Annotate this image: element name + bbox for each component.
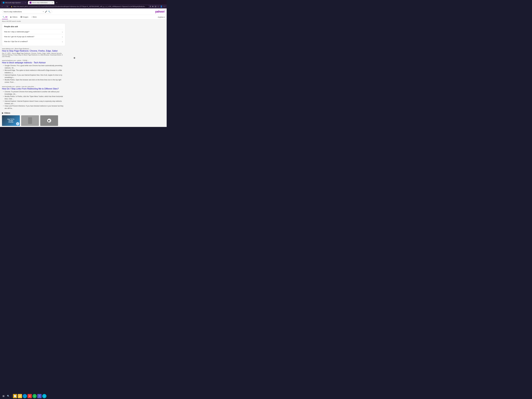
- video-thumbnails: How To FixGoogleChrome G ⌨ ▶: [2, 115, 65, 126]
- toolbar-icons: A ★ ⊟ ☆ 👤 ⋯: [150, 5, 165, 7]
- paa-question-3: How do I Opt Out of a redirect?: [4, 40, 28, 43]
- videos-heading-label: Videos: [4, 112, 10, 114]
- address-text: https://uk.search.yahoo.com/yhs/search?p…: [13, 6, 147, 7]
- result-3-url: www.techwalla.com › articles › how-do-i-…: [2, 86, 34, 87]
- star-icon[interactable]: ★: [152, 5, 154, 7]
- result-2-bullet-2: Microsoft Edge. The option to block redi…: [3, 69, 65, 74]
- all-icon: 🔍: [2, 16, 5, 18]
- refresh-button[interactable]: ↻: [6, 5, 8, 7]
- new-tab-button[interactable]: +: [55, 1, 59, 5]
- mic-button[interactable]: 🎤: [45, 11, 47, 13]
- result-item-1: www.wikihow.com › Block-Page-Redirects ⌄…: [2, 48, 65, 57]
- images-label: Images: [23, 16, 28, 18]
- search-input[interactable]: [4, 11, 42, 13]
- result-3-bullets: Chrome: To prevent Chrome from being red…: [2, 90, 65, 109]
- address-bar-row: ← → ↻ 🔒 https://uk.search.yahoo.com/yhs/…: [0, 5, 167, 8]
- tab-more[interactable]: 1 More: [31, 15, 37, 19]
- more-label: More: [33, 16, 37, 18]
- videos-heading: ▶ Videos: [2, 112, 65, 114]
- anytime-arrow: ▾: [164, 16, 165, 18]
- video-thumb-3[interactable]: ⌨ ▶: [40, 115, 58, 126]
- result-2-title[interactable]: How to block webpage redirects - Tech Ad…: [2, 62, 65, 64]
- tab-2-close[interactable]: ×: [52, 2, 53, 4]
- tab-2-favicon: [30, 2, 32, 4]
- result-1-url: www.wikihow.com › Block-Page-Redirects: [2, 48, 29, 50]
- result-3-title[interactable]: How Do I Stop Links From Redirecting Me …: [2, 88, 65, 90]
- browser-chrome: Microsoft edge hijacked - Page ... × how…: [0, 0, 167, 8]
- people-also-ask: People also ask How do I stop a redirect…: [2, 23, 65, 46]
- result-1-url-arrow[interactable]: ⌄: [29, 48, 31, 50]
- anytime-button[interactable]: Anytime ▾: [158, 16, 165, 18]
- images-icon: 🖼: [20, 16, 22, 18]
- search-box-container: × 🎤 🔍: [2, 10, 52, 13]
- tab-videos[interactable]: ▶ Videos: [10, 15, 18, 19]
- tab-all[interactable]: 🔍 All: [2, 15, 8, 19]
- paa-chevron-3: ⌄: [62, 40, 63, 43]
- result-2-bullets: Google Chrome. For a good while now Chro…: [2, 64, 65, 83]
- paa-item-2[interactable]: How do I get rid of pop-ups & redirects?…: [4, 34, 63, 39]
- videos-heading-icon: ▶: [2, 112, 3, 114]
- videos-section: ▶ Videos How To FixGoogleChrome G ⌨ ▶: [2, 112, 65, 126]
- forward-button[interactable]: →: [4, 5, 6, 8]
- back-button[interactable]: ←: [1, 5, 3, 8]
- result-1-title[interactable]: How to Stop Page Redirects: Chrome, Fire…: [2, 50, 65, 52]
- nav-tabs: 🔍 All ▶ Videos 🖼 Images 1 More Anytime ▾: [0, 15, 167, 19]
- results-area: About 446,000 search results People also…: [0, 19, 67, 127]
- more-number: 1: [32, 16, 32, 18]
- result-3-bullet-4: Clean and Prevent Infections: If you hav…: [3, 105, 65, 109]
- video-thumb-1[interactable]: How To FixGoogleChrome G: [2, 115, 20, 126]
- result-2-url: www.techadvisor.com › article › 733298: [2, 60, 27, 61]
- nav-buttons: ← → ↻: [1, 5, 8, 8]
- result-item-3: www.techwalla.com › articles › how-do-i-…: [2, 86, 65, 109]
- chrome-logo: G: [16, 122, 19, 125]
- profile-icon[interactable]: 👤: [160, 5, 162, 7]
- videos-icon: ▶: [10, 16, 12, 18]
- tab-bar: Microsoft edge hijacked - Page ... × how…: [0, 0, 167, 5]
- result-3-bullet-3: Internet Explorer: Internet Explorer doe…: [3, 100, 65, 105]
- result-2-bullet-1: Google Chrome. For a good while now Chro…: [3, 64, 65, 69]
- result-3-url-row: www.techwalla.com › articles › how-do-i-…: [2, 86, 65, 87]
- result-2-url-row: www.techadvisor.com › article › 733298 ⌄: [2, 60, 65, 61]
- search-button[interactable]: 🔍: [48, 11, 51, 13]
- address-bar[interactable]: 🔒 https://uk.search.yahoo.com/yhs/search…: [9, 5, 149, 8]
- tab-1-favicon: [3, 2, 5, 4]
- result-3-bullet-2: Mozilla Firefox: In Firefox, click the "…: [3, 95, 65, 100]
- search-header: × 🎤 🔍 yahoo!: [0, 8, 167, 15]
- paa-question-2: How do I get rid of pop-ups & redirects?: [4, 36, 34, 38]
- result-3-url-arrow[interactable]: ⌄: [35, 86, 36, 87]
- page-content: × 🎤 🔍 yahoo! 🔍 All ▶ Videos 🖼 Images 1 M…: [0, 8, 167, 127]
- paa-item-3[interactable]: How do I Opt Out of a redirect? ⌄: [4, 39, 63, 44]
- tab-2[interactable]: how to stop redirections - Yahoo... ×: [28, 1, 54, 4]
- tab-1-close[interactable]: ×: [25, 2, 26, 4]
- person-silhouette: [28, 117, 32, 124]
- videos-label: Videos: [12, 16, 18, 18]
- paa-chevron-1: ⌄: [62, 31, 63, 33]
- result-1-date: Dec 27, 2023 · How to Stop Page Redirect…: [2, 52, 65, 57]
- video-thumb-2[interactable]: [21, 115, 39, 126]
- result-1-url-row: www.wikihow.com › Block-Page-Redirects ⌄: [2, 48, 65, 50]
- paa-chevron-2: ⌄: [62, 36, 63, 38]
- result-2-bullet-3: Internet Explorer. If you use Internet E…: [3, 74, 65, 79]
- clear-button[interactable]: ×: [43, 11, 44, 13]
- paa-question-1: How do I stop a redirected page?: [4, 31, 29, 33]
- tab-2-label: how to stop redirections - Yahoo...: [32, 2, 51, 3]
- tab-1[interactable]: Microsoft edge hijacked - Page ... ×: [1, 1, 27, 4]
- video-thumb-1-text: How To FixGoogleChrome: [7, 118, 15, 123]
- tab-1-label: Microsoft edge hijacked - Page ...: [5, 2, 24, 3]
- favorites-icon[interactable]: ☆: [157, 5, 159, 7]
- anytime-label: Anytime: [158, 16, 164, 18]
- yahoo-logo: yahoo!: [155, 10, 165, 13]
- result-item-2: www.techadvisor.com › article › 733298 ⌄…: [2, 60, 65, 83]
- lock-icon: 🔒: [11, 6, 13, 7]
- all-label: All: [5, 16, 7, 18]
- paa-title: People also ask: [4, 25, 63, 28]
- results-count: About 446,000 search results: [2, 20, 65, 22]
- play-button[interactable]: ▶: [47, 119, 51, 123]
- read-mode-icon[interactable]: A: [150, 5, 151, 7]
- tab-images[interactable]: 🖼 Images: [20, 15, 29, 19]
- split-icon[interactable]: ⊟: [155, 5, 156, 7]
- result-3-bullet-1: Chrome: To prevent Chrome from being red…: [3, 90, 65, 95]
- result-2-url-arrow[interactable]: ⌄: [28, 60, 29, 61]
- paa-item-1[interactable]: How do I stop a redirected page? ⌄: [4, 29, 63, 34]
- extensions-icon[interactable]: ⋯: [164, 5, 165, 7]
